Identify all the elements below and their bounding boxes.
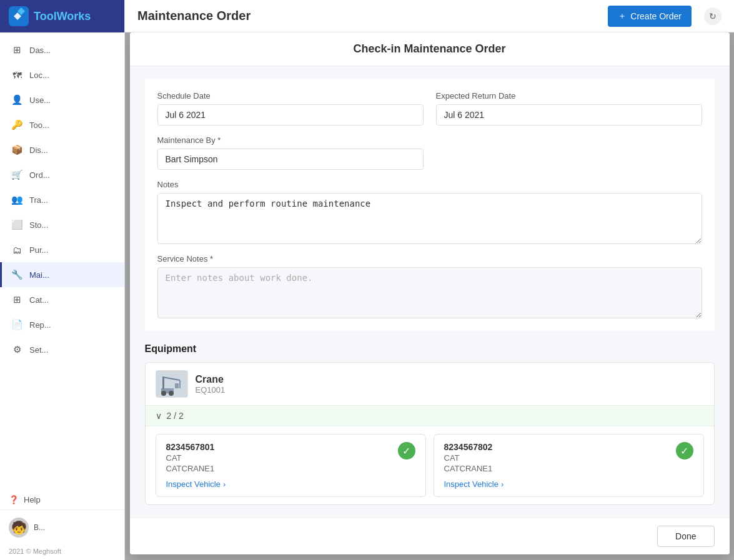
create-order-button[interactable]: ＋ Create Order: [608, 6, 692, 27]
sidebar-item-purchase[interactable]: 🗂 Pur...: [0, 237, 124, 262]
sidebar-item-settings[interactable]: ⚙ Set...: [0, 337, 124, 362]
notes-textarea[interactable]: <script>document.addEventListener('DOMCo…: [157, 193, 702, 244]
crane-thumbnail: [156, 371, 187, 397]
notes-label: Notes: [157, 180, 702, 189]
create-order-label: Create Order: [630, 11, 682, 21]
sidebar-footer: 🧒 B...: [0, 509, 124, 545]
equipment-item-info: 8234567802 CAT CATCRANE1: [444, 442, 493, 473]
equipment-item-model: CATCRANE1: [444, 464, 493, 473]
orders-icon: 🛒: [11, 169, 23, 181]
equipment-title: Equipment: [145, 343, 715, 355]
equipment-id: EQ1001: [196, 385, 226, 395]
sidebar-item-catalog[interactable]: ⊞ Cat...: [0, 287, 124, 312]
expected-return-group: Expected Return Date: [436, 91, 702, 125]
training-icon: 👥: [11, 194, 23, 206]
sidebar: ToolWorks ⊞ Das... 🗺 Loc... 👤 Use... 🔑 T…: [0, 0, 125, 560]
notes-group: Notes <script>document.addEventListener(…: [157, 180, 702, 244]
maintenance-by-input[interactable]: [157, 149, 424, 170]
form-section: Schedule Date Expected Return Date: [145, 79, 715, 331]
modal-overlay: Check-in Maintenance Order Schedule Date: [125, 32, 734, 560]
purchase-icon: 🗂: [11, 243, 23, 256]
equipment-item: 8234567802 CAT CATCRANE1 ✓ Inspect Vehic…: [434, 434, 704, 497]
schedule-date-group: Schedule Date: [157, 91, 424, 125]
help-icon: ❓: [9, 495, 19, 504]
sidebar-item-label: Mai...: [29, 270, 49, 280]
sidebar-help[interactable]: ❓ Help: [0, 490, 124, 509]
sidebar-item-label: Tra...: [29, 195, 48, 205]
maintenance-by-row: Maintenance By *: [157, 135, 702, 170]
check-icon: ✓: [676, 442, 693, 459]
dispatch-icon: 📦: [11, 144, 23, 156]
refresh-button[interactable]: ↻: [704, 7, 722, 25]
copyright: 2021 © Meghsoft: [0, 545, 124, 560]
sidebar-item-locations[interactable]: 🗺 Loc...: [0, 62, 124, 87]
sidebar-item-label: Use...: [29, 96, 51, 105]
equipment-name-group: Crane EQ1001: [196, 374, 226, 395]
inspect-vehicle-link[interactable]: Inspect Vehicle ›: [166, 479, 415, 489]
username: B...: [34, 523, 45, 532]
sidebar-item-label: Sto...: [29, 220, 48, 230]
sidebar-user: 🧒 B...: [9, 518, 116, 538]
avatar: 🧒: [9, 518, 29, 538]
done-button[interactable]: Done: [657, 526, 714, 547]
schedule-date-input[interactable]: [157, 104, 424, 125]
service-notes-textarea[interactable]: [157, 267, 702, 318]
sidebar-item-label: Too...: [29, 120, 49, 130]
sidebar-item-label: Set...: [29, 345, 48, 355]
catalog-icon: ⊞: [11, 293, 23, 306]
equipment-item-header: 8234567802 CAT CATCRANE1 ✓: [444, 442, 693, 473]
main-content: Maintenance Order ＋ Create Order ↻ Page …: [125, 0, 734, 560]
equipment-item-header: 8234567801 CAT CATCRANE1 ✓: [166, 442, 415, 473]
expected-return-input[interactable]: [436, 104, 702, 125]
sidebar-item-users[interactable]: 👤 Use...: [0, 87, 124, 112]
app-name: ToolWorks: [34, 10, 91, 23]
sidebar-item-label: Dis...: [29, 145, 48, 155]
sidebar-item-label: Ord...: [29, 170, 50, 180]
service-notes-label: Service Notes *: [157, 254, 702, 263]
dashboard-icon: ⊞: [11, 44, 23, 56]
users-icon: 👤: [11, 94, 23, 106]
chevron-right-icon: ›: [223, 479, 226, 489]
equipment-item-model: CATCRANE1: [166, 464, 215, 473]
equipment-item-info: 8234567801 CAT CATCRANE1: [166, 442, 215, 473]
equipment-item-serial: 8234567801: [166, 442, 215, 452]
sidebar-item-label: Pur...: [29, 245, 48, 255]
equipment-count-row[interactable]: ∨ 2 / 2: [146, 406, 714, 426]
settings-icon: ⚙: [11, 343, 23, 356]
location-icon: 🗺: [11, 69, 23, 81]
inspect-vehicle-link[interactable]: Inspect Vehicle ›: [444, 479, 693, 489]
sidebar-item-dashboard[interactable]: ⊞ Das...: [0, 37, 124, 62]
chevron-down-icon: ∨: [156, 411, 162, 421]
expected-return-label: Expected Return Date: [436, 91, 702, 101]
equipment-count: 2 / 2: [167, 411, 184, 421]
modal-header: Check-in Maintenance Order: [130, 32, 730, 66]
sidebar-item-label: Das...: [29, 46, 51, 55]
help-label: Help: [24, 495, 41, 504]
sidebar-header: ToolWorks: [0, 0, 124, 32]
sidebar-item-storage[interactable]: ⬜ Sto...: [0, 212, 124, 237]
svg-rect-3: [162, 377, 164, 390]
equipment-items: 8234567801 CAT CATCRANE1 ✓ Inspect Vehic…: [146, 426, 714, 504]
sidebar-nav: ⊞ Das... 🗺 Loc... 👤 Use... 🔑 Too... 📦 Di…: [0, 32, 124, 490]
plus-icon: ＋: [618, 11, 627, 22]
sidebar-item-orders[interactable]: 🛒 Ord...: [0, 162, 124, 187]
tools-icon: 🔑: [11, 119, 23, 131]
sidebar-item-reports[interactable]: 📄 Rep...: [0, 312, 124, 337]
storage-icon: ⬜: [11, 219, 23, 231]
maintenance-icon: 🔧: [11, 268, 23, 281]
equipment-section: Equipment: [145, 343, 715, 505]
reports-icon: 📄: [11, 318, 23, 331]
equipment-image: [156, 370, 188, 398]
service-notes-group: Service Notes *: [157, 254, 702, 318]
logo-icon: [9, 6, 29, 26]
inspect-label: Inspect Vehicle: [444, 479, 498, 489]
sidebar-item-tools[interactable]: 🔑 Too...: [0, 112, 124, 137]
sidebar-item-dispatch[interactable]: 📦 Dis...: [0, 137, 124, 162]
inspect-label: Inspect Vehicle: [166, 479, 221, 489]
sidebar-item-training[interactable]: 👥 Tra...: [0, 187, 124, 212]
sidebar-item-maintenance[interactable]: 🔧 Mai...: [0, 262, 124, 287]
sidebar-item-label: Rep...: [29, 320, 51, 330]
svg-point-7: [169, 391, 174, 396]
schedule-date-label: Schedule Date: [157, 91, 424, 101]
sidebar-item-label: Loc...: [29, 71, 49, 80]
